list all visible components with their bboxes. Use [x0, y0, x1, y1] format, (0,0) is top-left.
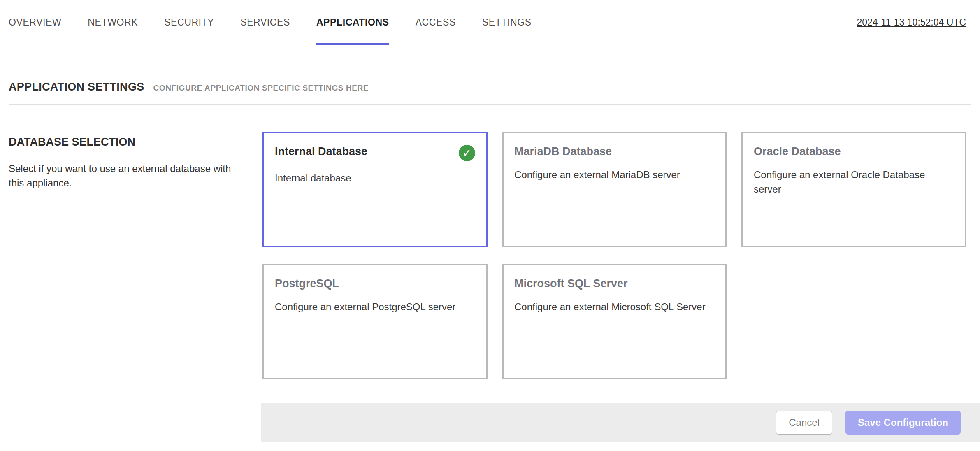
card-title-row: Microsoft SQL Server — [514, 277, 715, 290]
section-header: APPLICATION SETTINGS CONFIGURE APPLICATI… — [0, 81, 980, 93]
card-title: MariaDB Database — [514, 145, 612, 158]
tab-overview[interactable]: OVERVIEW — [9, 0, 61, 45]
card-title-row: Internal Database ✓ — [275, 145, 475, 161]
tab-services[interactable]: SERVICES — [240, 0, 290, 45]
tab-settings[interactable]: SETTINGS — [482, 0, 532, 45]
card-description: Configure an external PostgreSQL server — [275, 300, 475, 314]
system-timestamp[interactable]: 2024-11-13 10:52:04 UTC — [857, 17, 966, 28]
database-option-grid: Internal Database ✓ Internal database Ma… — [262, 132, 966, 379]
card-title: PostgreSQL — [275, 277, 339, 290]
footer-action-bar: Cancel Save Configuration — [261, 403, 980, 442]
save-configuration-button[interactable]: Save Configuration — [845, 411, 961, 435]
cancel-button[interactable]: Cancel — [776, 411, 832, 435]
card-title: Internal Database — [275, 145, 367, 158]
tab-security[interactable]: SECURITY — [164, 0, 214, 45]
database-selection-description: Select if you want to use an external da… — [9, 162, 233, 191]
card-description: Configure an external Oracle Database se… — [754, 168, 954, 197]
card-title: Oracle Database — [754, 145, 841, 158]
page-title: APPLICATION SETTINGS — [9, 81, 144, 93]
card-description: Configure an external Microsoft SQL Serv… — [514, 300, 715, 314]
database-selection-info: DATABASE SELECTION Select if you want to… — [9, 132, 262, 379]
section-divider — [9, 104, 971, 105]
database-option-mariadb[interactable]: MariaDB Database Configure an external M… — [502, 132, 727, 247]
tab-access[interactable]: ACCESS — [416, 0, 456, 45]
database-option-internal[interactable]: Internal Database ✓ Internal database — [262, 132, 488, 247]
database-option-mssql[interactable]: Microsoft SQL Server Configure an extern… — [502, 264, 727, 379]
database-selection-title: DATABASE SELECTION — [9, 136, 262, 149]
card-title: Microsoft SQL Server — [514, 277, 628, 290]
card-title-row: Oracle Database — [754, 145, 954, 158]
main-content: DATABASE SELECTION Select if you want to… — [0, 132, 980, 379]
card-description: Configure an external MariaDB server — [514, 168, 715, 182]
tab-network[interactable]: NETWORK — [88, 0, 138, 45]
tab-applications[interactable]: APPLICATIONS — [316, 0, 389, 45]
top-navigation: OVERVIEW NETWORK SECURITY SERVICES APPLI… — [0, 0, 980, 45]
database-option-oracle[interactable]: Oracle Database Configure an external Or… — [741, 132, 966, 247]
database-option-postgresql[interactable]: PostgreSQL Configure an external Postgre… — [262, 264, 488, 379]
page-subtitle: CONFIGURE APPLICATION SPECIFIC SETTINGS … — [153, 84, 369, 93]
card-title-row: MariaDB Database — [514, 145, 715, 158]
selected-check-icon: ✓ — [459, 145, 475, 161]
card-title-row: PostgreSQL — [275, 277, 475, 290]
card-description: Internal database — [275, 171, 475, 186]
